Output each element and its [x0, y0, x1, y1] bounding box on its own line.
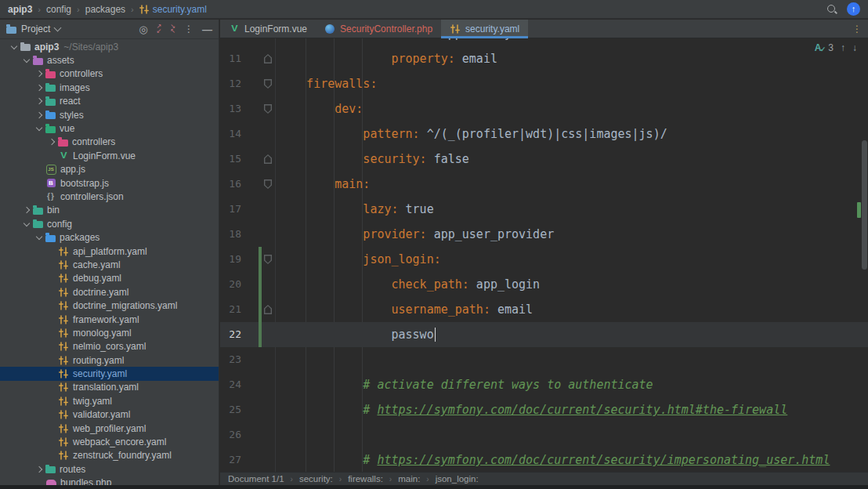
tree-item-LoginForm-vue[interactable]: VLoginForm.vue: [0, 149, 219, 162]
tree-item-routes[interactable]: routes: [0, 462, 219, 476]
tree-item-debug-yaml[interactable]: debug.yaml: [0, 272, 219, 285]
search-icon[interactable]: [826, 4, 837, 15]
chevron-expanded-icon[interactable]: [20, 218, 33, 230]
project-panel-title[interactable]: Project: [21, 24, 50, 34]
tree-item-nelmio_cors-yaml[interactable]: nelmio_cors.yaml: [0, 340, 219, 353]
chevron-down-icon[interactable]: [54, 24, 62, 32]
chevron-collapsed-icon[interactable]: [20, 204, 33, 216]
fold-start-icon[interactable]: [264, 255, 272, 264]
chevron-collapsed-icon[interactable]: [33, 463, 45, 476]
code-line-12[interactable]: 12 firewalls:: [220, 71, 868, 96]
next-problem-arrow-icon[interactable]: ↓: [852, 42, 857, 53]
collapse-all-icon[interactable]: ↘↖: [170, 24, 175, 34]
tree-item-apip3[interactable]: apip3~/Sites/apip3: [0, 40, 219, 53]
chevron-collapsed-icon[interactable]: [45, 136, 58, 148]
tree-item-controllers[interactable]: controllers: [0, 136, 219, 149]
code-line-26[interactable]: 26: [220, 422, 868, 447]
fold-start-icon[interactable]: [264, 179, 272, 189]
prev-problem-arrow-icon[interactable]: ↑: [841, 42, 845, 53]
breadcrumb-item-packages[interactable]: packages: [85, 4, 125, 15]
tab-options-kebab-icon[interactable]: ⋮: [846, 24, 868, 34]
fold-end-icon[interactable]: [264, 154, 272, 164]
kebab-menu-icon[interactable]: ⋮: [184, 24, 193, 34]
code-line-14[interactable]: 14 pattern: ^/(_(profiler|wdt)|css|image…: [220, 121, 868, 147]
tree-item-controllers-json[interactable]: {}controllers.json: [0, 190, 219, 203]
tree-item-zenstruck_foundry-yaml[interactable]: zenstruck_foundry.yaml: [0, 449, 219, 462]
tree-item-cache-yaml[interactable]: cache.yaml: [0, 258, 219, 271]
chevron-expanded-icon[interactable]: [33, 231, 45, 244]
code-line-11[interactable]: 11 property: email: [220, 46, 868, 71]
code-line-10[interactable]: 10 class: App\Entity\User: [220, 38, 868, 46]
tree-item-bundles-php[interactable]: bundles.php: [0, 476, 219, 486]
tree-item-doctrine_migrations-yaml[interactable]: doctrine_migrations.yaml: [0, 299, 219, 312]
chevron-collapsed-icon[interactable]: [33, 82, 45, 94]
tree-item-framework-yaml[interactable]: framework.yaml: [0, 313, 219, 326]
tree-item-web_profiler-yaml[interactable]: web_profiler.yaml: [0, 422, 219, 435]
tree-item-security-yaml[interactable]: security.yaml: [0, 367, 219, 380]
inspections-widget[interactable]: A✓ 3 ↑ ↓: [815, 42, 857, 53]
tree-item-app-js[interactable]: JSapp.js: [0, 163, 219, 176]
chevron-expanded-icon[interactable]: [8, 41, 20, 53]
tree-item-translation-yaml[interactable]: translation.yaml: [0, 381, 219, 394]
update-indicator-icon[interactable]: ↑: [847, 2, 860, 16]
tree-item-images[interactable]: images: [0, 81, 219, 94]
tree-item-packages[interactable]: packages: [0, 230, 219, 244]
chevron-collapsed-icon[interactable]: [33, 67, 45, 80]
tree-item-monolog-yaml[interactable]: monolog.yaml: [0, 326, 219, 339]
fold-start-icon[interactable]: [264, 79, 272, 89]
line-number: 24: [222, 372, 241, 397]
chevron-expanded-icon[interactable]: [33, 122, 45, 135]
expand-all-icon[interactable]: ↗↙: [157, 24, 162, 34]
tree-item-routing-yaml[interactable]: routing.yaml: [0, 353, 219, 367]
code-line-17[interactable]: 17 lazy: true: [220, 197, 868, 222]
fold-start-icon[interactable]: [264, 104, 272, 114]
locate-target-icon[interactable]: ◎: [139, 24, 147, 34]
tab-security-yaml[interactable]: security.yaml: [441, 20, 528, 38]
tree-item-webpack_encore-yaml[interactable]: webpack_encore.yaml: [0, 435, 219, 448]
tree-item-bin[interactable]: bin: [0, 204, 219, 217]
code-line-22[interactable]: 22 passwo: [220, 322, 868, 347]
code-line-21[interactable]: 21 username_path: email: [220, 297, 868, 322]
fold-end-icon[interactable]: [264, 305, 272, 314]
tree-item-assets[interactable]: assets: [0, 53, 219, 67]
chevron-expanded-icon[interactable]: [20, 54, 33, 67]
tree-item-config[interactable]: config: [0, 217, 219, 230]
tree-item-api_platform-yaml[interactable]: api_platform.yaml: [0, 244, 219, 258]
tree-item-react[interactable]: react: [0, 95, 219, 108]
breadcrumb-item-config[interactable]: config: [46, 4, 71, 15]
tree-item-controllers[interactable]: controllers: [0, 67, 219, 81]
chevron-collapsed-icon[interactable]: [33, 95, 45, 107]
code-line-20[interactable]: 20 check_path: app_login: [220, 272, 868, 297]
code-line-13[interactable]: 13 dev:: [220, 96, 868, 121]
breadcrumb-item-apip3[interactable]: apip3: [8, 4, 32, 15]
hide-panel-icon[interactable]: —: [202, 24, 212, 34]
tree-item-doctrine-yaml[interactable]: doctrine.yaml: [0, 285, 219, 299]
code-line-15[interactable]: 15 security: false: [220, 147, 868, 172]
code-line-19[interactable]: 19 json_login:: [220, 247, 868, 272]
status-crumb-main-[interactable]: main:: [398, 474, 420, 484]
code-text: firewalls:: [278, 71, 377, 96]
code-line-16[interactable]: 16 main:: [220, 172, 868, 197]
code-editor[interactable]: 10 class: App\Entity\User11 property: em…: [220, 38, 868, 473]
code-line-24[interactable]: 24 # activate different ways to authenti…: [220, 372, 868, 397]
breadcrumb-item-security-yaml[interactable]: security.yaml: [139, 4, 207, 15]
tab-LoginForm-vue[interactable]: VLoginForm.vue: [220, 20, 316, 38]
tab-SecurityController-php[interactable]: SecurityController.php: [316, 20, 441, 38]
tree-item-validator-yaml[interactable]: validator.yaml: [0, 408, 219, 422]
code-line-18[interactable]: 18 provider: app_user_provider: [220, 222, 868, 247]
status-crumb-firewalls-[interactable]: firewalls:: [348, 474, 383, 484]
status-crumb-security-[interactable]: security:: [299, 474, 333, 484]
code-line-27[interactable]: 27 # https://symfony.com/doc/current/sec…: [220, 447, 868, 473]
tree-item-twig-yaml[interactable]: twig.yaml: [0, 394, 219, 408]
code-line-25[interactable]: 25 # https://symfony.com/doc/current/sec…: [220, 397, 868, 422]
chevron-collapsed-icon[interactable]: [33, 109, 45, 121]
code-line-23[interactable]: 23: [220, 347, 868, 372]
tree-item-bootstrap-js[interactable]: Bbootstrap.js: [0, 176, 219, 190]
fold-end-icon[interactable]: [264, 54, 272, 63]
scrollbar-thumb[interactable]: [862, 140, 867, 270]
status-crumb-Document-1-1[interactable]: Document 1/1: [228, 474, 284, 484]
change-stripe-mark[interactable]: [857, 202, 861, 218]
tree-item-vue[interactable]: vue: [0, 121, 219, 135]
status-crumb-json_login-[interactable]: json_login:: [436, 474, 479, 484]
tree-item-styles[interactable]: styles: [0, 108, 219, 121]
